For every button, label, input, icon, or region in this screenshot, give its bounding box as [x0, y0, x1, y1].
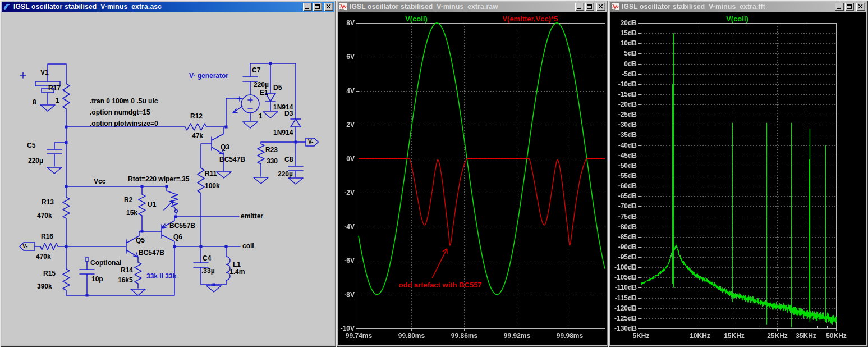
sch-label-r15_val[interactable]: 390k	[37, 282, 52, 291]
maximize-button[interactable]	[845, 3, 854, 11]
waveform-titlebar[interactable]: IGSL oscillator stabilised_V-minus_extra…	[338, 2, 607, 12]
sch-label-e1[interactable]: E1	[260, 89, 268, 97]
waveform-plot-area[interactable]: V(coil) V(emitter,Vcc)*5	[338, 12, 607, 345]
fft-titlebar[interactable]: IGSL oscillator stabilised_V-minus_extra…	[610, 2, 866, 12]
schematic-window: IGSL oscillator stabilised_V-minus_extra…	[0, 0, 336, 347]
sch-label-q6[interactable]: Q6	[173, 233, 182, 241]
sch-label-vminus_left[interactable]: V-	[22, 242, 27, 250]
sch-label-dir1[interactable]: .tran 0 100m 0 .5u uic	[90, 97, 158, 106]
waveform-window: IGSL oscillator stabilised_V-minus_extra…	[336, 0, 608, 347]
sch-label-vgen[interactable]: V- generator	[189, 72, 228, 80]
window-title: IGSL oscillator stabilised_V-minus_extra…	[349, 3, 573, 11]
schematic-labels: V18R171.tran 0 100m 0 .5u uic.option num…	[2, 12, 334, 345]
sch-label-q3[interactable]: Q3	[221, 143, 229, 152]
sch-label-r14_val[interactable]: 16k5	[118, 276, 133, 285]
sch-label-copt_val[interactable]: 10p	[91, 275, 103, 284]
sch-label-c8[interactable]: C8	[284, 156, 293, 164]
sch-label-r17[interactable]: R17	[48, 84, 61, 93]
sch-label-dir3[interactable]: .option plotwinsize=0	[90, 120, 158, 128]
sch-label-d3[interactable]: D3	[284, 109, 293, 118]
sch-label-c5_val[interactable]: 220µ	[28, 157, 43, 165]
sch-label-r13_val[interactable]: 470k	[37, 212, 52, 220]
sch-label-r11_val[interactable]: 100k	[205, 182, 220, 190]
sch-label-r13[interactable]: R13	[42, 198, 54, 207]
sch-label-d5[interactable]: D5	[273, 84, 282, 92]
sch-label-q5[interactable]: Q5	[136, 236, 145, 245]
ltspice-desktop: IGSL oscillator stabilised_V-minus_extra…	[0, 0, 868, 347]
fft-file-icon	[611, 3, 619, 11]
schematic-canvas[interactable]: V18R171.tran 0 100m 0 .5u uic.option num…	[2, 12, 334, 345]
sch-label-e1_val[interactable]: 1	[259, 112, 263, 121]
sch-label-r14_note[interactable]: 33k II 33k	[146, 272, 176, 281]
sch-label-r2[interactable]: R2	[124, 196, 132, 204]
close-button[interactable]	[856, 3, 865, 11]
sch-label-q6_val[interactable]: BC557B	[169, 222, 195, 230]
sch-label-rtot[interactable]: Rtot=220 wiper=.35	[128, 175, 189, 184]
sch-label-c8_val[interactable]: 220µ	[278, 170, 293, 179]
sch-label-d3_val[interactable]: 1N914	[273, 129, 293, 137]
sch-label-r14[interactable]: R14	[121, 266, 133, 275]
sch-label-vminus_right[interactable]: V-	[308, 138, 313, 146]
sch-label-coil[interactable]: coil	[242, 242, 254, 250]
waveform-plot-canvas[interactable]	[338, 12, 607, 345]
schematic-titlebar[interactable]: IGSL oscillator stabilised_V-minus_extra…	[2, 2, 334, 12]
sch-label-c4[interactable]: C4	[203, 254, 211, 263]
close-button[interactable]	[324, 3, 333, 11]
waveform-file-icon	[339, 3, 347, 11]
maximize-button[interactable]	[313, 3, 322, 11]
sch-label-r17_val[interactable]: 1	[56, 97, 59, 105]
sch-label-r11[interactable]: R11	[205, 170, 217, 178]
minimize-button[interactable]	[303, 3, 312, 11]
sch-label-emitter[interactable]: emitter	[241, 212, 263, 221]
schematic-file-icon	[3, 3, 11, 11]
legend-v-emitter-vcc[interactable]: V(emitter,Vcc)*5	[503, 15, 558, 23]
sch-label-r16_val[interactable]: 470k	[36, 253, 51, 261]
window-title: IGSL oscillator stabilised_V-minus_extra…	[621, 3, 833, 11]
maximize-button[interactable]	[585, 3, 594, 11]
sch-label-u1[interactable]: U1	[148, 200, 156, 209]
sch-label-l1_val[interactable]: 1.4m	[229, 268, 245, 276]
window-title: IGSL oscillator stabilised_V-minus_extra…	[13, 3, 301, 11]
sch-label-copt[interactable]: Coptional	[90, 259, 121, 267]
minimize-button[interactable]	[835, 3, 844, 11]
sch-label-r15[interactable]: R15	[43, 270, 56, 278]
sch-label-r12_val[interactable]: 47k	[192, 132, 203, 140]
legend-v-coil-fft[interactable]: V(coil)	[726, 15, 748, 23]
sch-label-r16[interactable]: R16	[41, 232, 53, 241]
close-button[interactable]	[596, 3, 605, 11]
sch-label-q3_val[interactable]: BC547B	[219, 156, 245, 164]
minimize-button[interactable]	[575, 3, 584, 11]
sch-label-r12[interactable]: R12	[190, 112, 203, 121]
sch-label-r23[interactable]: R23	[265, 146, 278, 154]
fft-window: IGSL oscillator stabilised_V-minus_extra…	[608, 0, 868, 347]
sch-label-c4_val[interactable]: .33µ	[201, 267, 215, 275]
sch-label-c7_val[interactable]: 220µ	[254, 81, 269, 89]
fft-plot-canvas[interactable]	[610, 12, 866, 345]
sch-label-c5[interactable]: C5	[27, 141, 35, 150]
sch-label-r2_val[interactable]: 15k	[126, 209, 137, 217]
sch-label-dir2[interactable]: .option numdgt=15	[90, 108, 150, 117]
sch-label-v1[interactable]: V1	[40, 69, 49, 77]
sch-label-v1_val[interactable]: 8	[33, 98, 36, 107]
sch-label-c7[interactable]: C7	[252, 66, 260, 75]
legend-v-coil[interactable]: V(coil)	[405, 15, 428, 23]
sch-label-r23_val[interactable]: 330	[267, 157, 278, 166]
sch-label-q5_val[interactable]: BC547B	[139, 249, 164, 257]
fft-plot-area[interactable]: V(coil)	[610, 12, 866, 345]
sch-label-vcc[interactable]: Vcc	[94, 177, 105, 186]
